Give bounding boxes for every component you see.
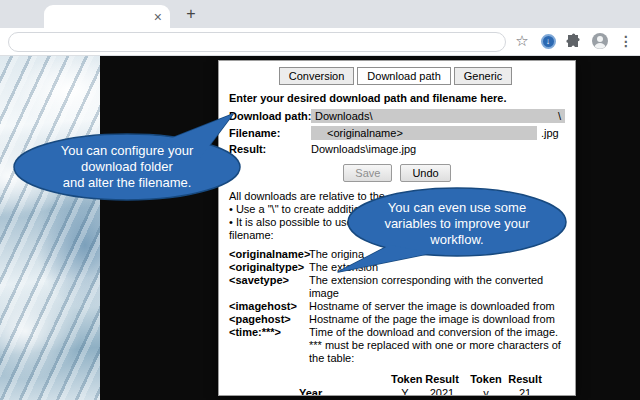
address-bar[interactable] — [8, 32, 506, 52]
browser-menu-icon[interactable]: ⋮ — [616, 31, 636, 51]
undo-button[interactable]: Undo — [400, 164, 450, 182]
save-button[interactable]: Save — [343, 164, 392, 182]
speech-bubble-left: You can configure your download folder a… — [4, 102, 248, 206]
popup-tabs: Conversion Download path Generic — [229, 67, 565, 85]
filename-extension: .jpg — [541, 127, 559, 139]
variable-desc: Hostname of server the image is download… — [309, 300, 565, 313]
variable-row: <time:***> Time of the download and conv… — [229, 326, 565, 365]
browser-window: × + ☆ ↓ ⋮ Conversion Download path Gener… — [0, 0, 640, 400]
table-header-row: Token Result Token Result — [299, 372, 565, 386]
download-path-suffix: \ — [558, 110, 561, 122]
download-path-input[interactable]: Downloads\ \ — [311, 109, 565, 123]
bubble-text-line: workflow. — [429, 232, 483, 247]
variable-tag: <imagehost> — [229, 300, 309, 313]
bubble-text-line: and alter the filename. — [63, 175, 192, 190]
tab-strip: × + — [0, 0, 640, 28]
variable-tag: <savetype> — [229, 274, 309, 300]
col-header: Token — [391, 372, 419, 386]
col-header: Result — [419, 372, 465, 386]
puzzle-glyph — [566, 33, 582, 49]
extension-logo-icon[interactable]: ↓ — [538, 31, 558, 51]
new-tab-button[interactable]: + — [180, 3, 202, 25]
browser-tab[interactable]: × — [44, 5, 170, 28]
close-tab-icon[interactable]: × — [154, 10, 162, 24]
tab-conversion[interactable]: Conversion — [279, 67, 355, 85]
bubble-text-line: You can configure your — [61, 143, 194, 158]
table-row: Year Y 2021 y 21 — [299, 386, 565, 396]
download-path-value: Downloads\ — [315, 110, 372, 122]
popup-heading: Enter your desired download path and fil… — [229, 92, 565, 104]
extension-logo-circle: ↓ — [541, 34, 556, 49]
filename-input[interactable]: <originalname> — [311, 126, 537, 140]
filename-value: <originalname> — [327, 127, 403, 139]
tab-download-path[interactable]: Download path — [357, 67, 450, 85]
page-content: Conversion Download path Generic Enter y… — [0, 56, 640, 400]
result-value: Downloads\image.jpg — [311, 143, 416, 155]
variable-desc: Hostname of the page the image is downlo… — [309, 313, 565, 326]
bookmark-star-icon[interactable]: ☆ — [512, 31, 532, 51]
col-header: Token — [465, 372, 507, 386]
avatar-glyph — [591, 32, 609, 50]
tab-generic[interactable]: Generic — [454, 67, 513, 85]
time-token-table: Token Result Token Result Year Y 2021 y … — [299, 372, 565, 396]
filename-row: Filename: <originalname> .jpg — [229, 126, 565, 140]
button-row: Save Undo — [229, 164, 565, 182]
variable-desc: Time of the download and conversion of t… — [309, 326, 565, 365]
col-header: Result — [507, 372, 543, 386]
variable-tag: <originaltype> — [229, 261, 309, 274]
variable-row: <pagehost> Hostname of the page the imag… — [229, 313, 565, 326]
extensions-puzzle-icon[interactable] — [564, 31, 584, 51]
variable-tag: <originalname> — [229, 248, 309, 261]
speech-bubble-right: You can even use some variables to impro… — [328, 185, 574, 283]
variable-row: <imagehost> Hostname of server the image… — [229, 300, 565, 313]
result-row: Result: Downloads\image.jpg — [229, 143, 565, 155]
profile-avatar[interactable] — [590, 31, 610, 51]
bubble-text-line: You can even use some — [388, 200, 526, 215]
variable-tag: <time:***> — [229, 326, 309, 365]
bubble-text-line: download folder — [81, 159, 173, 174]
variable-tag: <pagehost> — [229, 313, 309, 326]
download-path-row: Download path: Downloads\ \ — [229, 109, 565, 123]
bubble-text-line: variables to improve your — [384, 216, 530, 231]
